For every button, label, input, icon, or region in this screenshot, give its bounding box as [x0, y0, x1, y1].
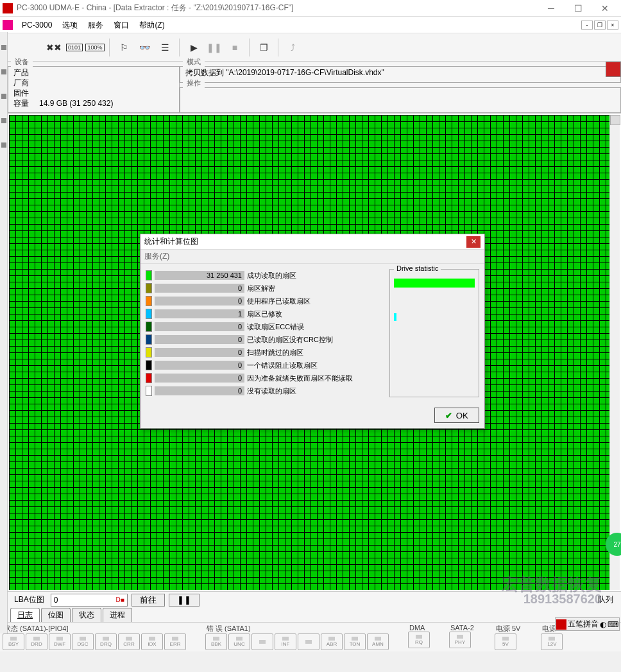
minimize-button[interactable]: ─ — [538, 1, 565, 16]
status-led: BSY — [3, 633, 24, 650]
status-led: AMN — [367, 633, 389, 650]
stat-color-swatch — [146, 386, 152, 396]
stat-count: 0 — [155, 284, 244, 293]
play-button[interactable]: ▶ — [184, 38, 203, 57]
tab-status[interactable]: 状态 — [72, 608, 101, 622]
hex-icon[interactable]: 0101 — [65, 38, 84, 57]
drive-statistic-box: Drive statistic — [389, 269, 479, 397]
ime-toolbar[interactable]: 五笔拼音 ◐ ⌨ — [555, 617, 620, 631]
status-led — [251, 633, 273, 650]
stat-row: 0 一个错误阻止读取扇区 — [146, 359, 384, 372]
stat-color-swatch — [146, 347, 152, 358]
capacity-value: 14.9 GB (31 250 432) — [39, 98, 174, 108]
status-led — [298, 633, 319, 650]
menu-window[interactable]: 窗口 — [108, 17, 134, 33]
maximize-button[interactable]: ☐ — [565, 1, 591, 16]
stat-count: 0 — [155, 322, 244, 331]
status-sata1: 状态 (SATA1)-[PIO4] BSYDRDDWFDSCDRQCRRIDXE… — [3, 624, 186, 650]
dialog-menu-service[interactable]: 服务(Z) — [144, 251, 169, 262]
drive-statistic-bar — [394, 279, 475, 288]
close-button[interactable]: ✕ — [591, 1, 618, 16]
vendor-label: 厂商 — [13, 78, 39, 88]
watermark-text: 宏普数据恢复 — [502, 576, 602, 592]
status-sata1-label: 状态 (SATA1)-[PIO4] — [3, 624, 186, 633]
tab-bitmap[interactable]: 位图 — [41, 608, 71, 622]
mdi-restore-button[interactable]: ❐ — [594, 21, 606, 30]
menu-help[interactable]: 帮助(Z) — [134, 17, 169, 33]
mdi-minimize-button[interactable]: - — [581, 21, 593, 30]
tools-icon[interactable]: ✖✖ — [44, 38, 64, 57]
ime-moon-icon[interactable]: ◐ — [600, 620, 606, 629]
product-label: 产品 — [13, 67, 39, 78]
stat-count: 31 250 431 — [155, 271, 244, 280]
status-led: DRD — [26, 633, 47, 650]
status-led: IDX — [141, 633, 163, 650]
status-led: RQ — [408, 632, 430, 648]
mode-panel: 模式 拷贝数据到 "A:\2019\2019-0717-16G-CF\Virtu… — [180, 62, 621, 83]
list-icon[interactable]: ☰ — [155, 38, 174, 57]
exit-icon[interactable]: ⤴ — [283, 38, 302, 57]
status-led: ERR — [164, 633, 186, 650]
capacity-label: 容量 — [13, 98, 39, 108]
stat-label: 因为准备就绪失败而扇区不能读取 — [247, 374, 384, 383]
device-panel: 设备 产品 厂商 固件 容量14.9 GB (31 250 432) — [8, 62, 180, 113]
menu-service[interactable]: 服务 — [83, 17, 108, 33]
toolbar: ✖✖ 0101 100% ⚐ 👓 ☰ ▶ ❚❚ ■ ❐ ⤴ — [0, 33, 621, 62]
stop-button[interactable]: ■ — [225, 38, 244, 57]
status-led: INF — [275, 633, 296, 650]
stat-row: 0 已读取的扇区没有CRC控制 — [146, 333, 384, 346]
status-power5v: 电源 5V 5V — [495, 624, 522, 650]
status-led: TON — [344, 633, 366, 650]
status-error-label: 错 误 (SATA1) — [205, 624, 389, 633]
tab-process[interactable]: 进程 — [103, 608, 132, 622]
stat-label: 读取扇区ECC错误 — [247, 322, 384, 332]
window-titlebar: PC-3000 UDMA-E - China - [Data Extractor… — [0, 0, 621, 17]
stat-label: 扇区已修改 — [247, 309, 384, 319]
ok-button-label: OK — [456, 411, 468, 420]
menu-options[interactable]: 选项 — [57, 17, 83, 33]
mdi-close-button[interactable]: × — [607, 21, 618, 30]
goto-button[interactable]: 前往 — [132, 594, 165, 607]
firmware-value — [39, 88, 174, 98]
status-led: 5V — [495, 633, 516, 650]
operation-panel: 操作 — [180, 83, 621, 113]
flag-icon[interactable]: ⚐ — [114, 38, 133, 57]
stat-row: 0 扫描时跳过的扇区 — [146, 346, 384, 359]
stat-label: 没有读取的扇区 — [247, 386, 384, 396]
ime-icon — [556, 619, 566, 630]
copy-icon[interactable]: ❐ — [254, 38, 273, 57]
sector-map-scrollbar[interactable] — [609, 115, 620, 590]
stat-row: 0 使用程序已读取扇区 — [146, 295, 384, 307]
stat-label: 一个错误阻止读取扇区 — [247, 361, 384, 370]
ok-button[interactable]: ✔ OK — [434, 408, 479, 423]
product-value — [39, 67, 174, 78]
ime-keyboard-icon[interactable]: ⌨ — [608, 620, 618, 629]
lba-input[interactable]: 0 D■ — [51, 594, 128, 607]
watermark: 宏普数据恢复 18913587620 — [502, 576, 602, 605]
lba-pause-button[interactable]: ❚❚ — [169, 594, 200, 607]
right-dock-icon[interactable] — [606, 62, 621, 77]
status-led: DSC — [72, 633, 94, 650]
app-icon — [3, 3, 13, 13]
binoculars-icon[interactable]: 👓 — [135, 38, 154, 57]
status-led: ABR — [321, 633, 343, 650]
dialog-close-button[interactable]: ✕ — [466, 236, 481, 248]
statistics-dialog: 统计和计算位图 ✕ 服务(Z) 31 250 431 成功读取的扇区 0 扇区解… — [140, 234, 485, 429]
ime-label: 五笔拼音 — [568, 619, 599, 630]
statistics-list: 31 250 431 成功读取的扇区 0 扇区解密 0 使用程序已读取扇区 1 … — [146, 269, 384, 397]
menu-app[interactable]: PC-3000 — [17, 17, 57, 33]
status-dma-label: DMA — [408, 624, 430, 632]
percent-icon[interactable]: 100% — [85, 38, 105, 57]
stat-label: 使用程序已读取扇区 — [247, 297, 384, 306]
tab-log[interactable]: 日志 — [10, 608, 40, 622]
status-power5v-label: 电源 5V — [495, 624, 522, 633]
pause-button[interactable]: ❚❚ — [205, 38, 224, 57]
vendor-value — [39, 78, 174, 88]
stat-count: 1 — [155, 309, 244, 318]
operation-panel-title: 操作 — [183, 78, 205, 88]
module-icon — [3, 20, 13, 30]
dialog-titlebar[interactable]: 统计和计算位图 ✕ — [140, 234, 484, 250]
stat-count: 0 — [155, 335, 244, 344]
stat-count: 0 — [155, 386, 244, 395]
status-led: CRR — [118, 633, 140, 650]
